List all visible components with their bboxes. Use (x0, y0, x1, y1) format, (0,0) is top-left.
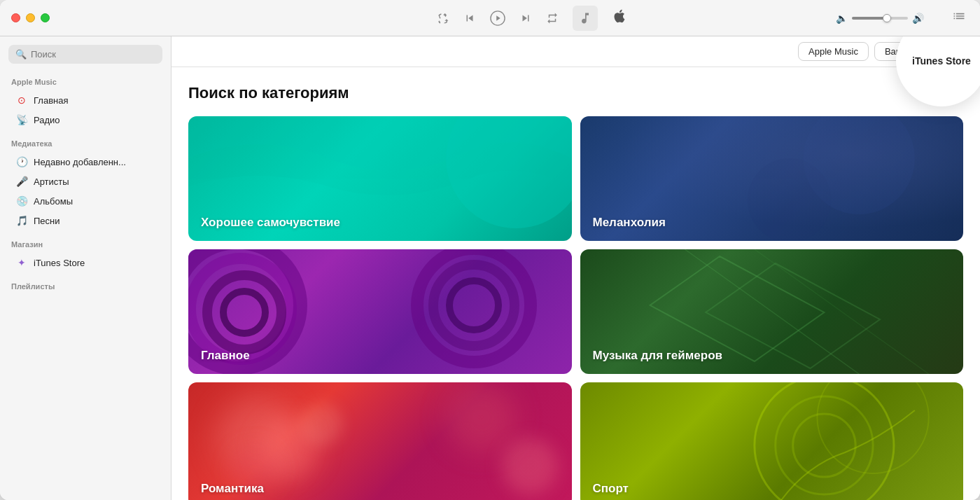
search-bar[interactable]: 🔍 (8, 45, 162, 64)
note-icon: 🎵 (15, 215, 28, 226)
sidebar-section-apple-music: Apple Music (0, 75, 171, 90)
sidebar-item-albums-label: Альбомы (34, 196, 73, 207)
category-card-melancholy[interactable]: Меланхолия (580, 116, 964, 241)
category-card-sport[interactable]: Спорт (580, 382, 964, 500)
content-area: Apple Music Ваша медиатека iTunes Store … (172, 36, 980, 500)
svg-line-6 (754, 249, 928, 374)
maximize-button[interactable] (41, 13, 50, 22)
category-grid: Хорошее самочувствие Меланхолия (188, 116, 963, 500)
sidebar-item-radio[interactable]: 📡 Радио (4, 110, 167, 130)
volume-low-icon: 🔈 (836, 13, 848, 24)
volume-control[interactable]: 🔈 🔊 (836, 13, 924, 24)
content-header: Apple Music Ваша медиатека (172, 36, 980, 67)
fastforward-button[interactable] (519, 12, 532, 25)
titlebar: 🔈 🔊 (0, 0, 980, 36)
music-icon-button[interactable] (573, 6, 598, 31)
sidebar: 🔍 Apple Music ⊙ Главная 📡 Радио Медиатек… (0, 36, 172, 500)
svg-point-2 (747, 158, 830, 241)
gaming-label: Музыка для геймеров (593, 349, 723, 363)
melancholy-label: Меланхолия (593, 216, 666, 230)
svg-marker-4 (706, 263, 880, 368)
sidebar-item-songs[interactable]: 🎵 Песни (4, 211, 167, 230)
rewind-button[interactable] (463, 12, 476, 25)
category-card-gaming[interactable]: Музыка для геймеров (580, 249, 964, 374)
sidebar-item-radio-label: Радио (34, 115, 60, 125)
volume-knob[interactable] (883, 14, 891, 22)
page-title: Поиск по категориям (188, 84, 963, 102)
sidebar-section-store: Магазин (0, 237, 171, 253)
tab-apple-music[interactable]: Apple Music (798, 42, 869, 61)
sidebar-item-itunes-store[interactable]: ✦ iTunes Store (4, 253, 167, 272)
clock-icon: 🕐 (15, 156, 28, 167)
itunes-store-badge-label: iTunes Store (912, 55, 971, 67)
romance-label: Романтика (201, 482, 264, 496)
wellness-label: Хорошее самочувствие (201, 216, 340, 230)
sidebar-item-recently-added[interactable]: 🕐 Недавно добавленн... (4, 152, 167, 172)
play-button[interactable] (490, 11, 505, 26)
sidebar-item-recently-added-label: Недавно добавленн... (34, 157, 126, 167)
svg-point-1 (803, 116, 914, 214)
mic-icon: 🎤 (15, 176, 28, 187)
repeat-button[interactable] (546, 12, 559, 25)
sidebar-item-itunes-store-label: iTunes Store (34, 258, 85, 268)
search-icon: 🔍 (15, 49, 27, 60)
star-icon: ✦ (15, 257, 28, 268)
main-label: Главное (201, 349, 250, 363)
sidebar-item-home[interactable]: ⊙ Главная (4, 90, 167, 110)
sidebar-item-songs-label: Песни (34, 216, 60, 226)
sport-bg (580, 382, 964, 500)
content-body: Поиск по категориям Хорошее самочувствие (172, 67, 980, 500)
category-card-wellness[interactable]: Хорошее самочувствие (188, 116, 572, 241)
home-icon: ⊙ (15, 95, 28, 106)
shuffle-button[interactable] (437, 12, 449, 25)
volume-slider[interactable] (852, 17, 908, 20)
album-icon: 💿 (15, 195, 28, 207)
main-layout: 🔍 Apple Music ⊙ Главная 📡 Радио Медиатек… (0, 36, 980, 500)
app-window: 🔈 🔊 🔍 Apple Music ⊙ Главная (0, 0, 980, 500)
sidebar-item-albums[interactable]: 💿 Альбомы (4, 191, 167, 211)
apple-logo (612, 8, 627, 27)
volume-high-icon: 🔊 (912, 13, 924, 24)
close-button[interactable] (11, 13, 20, 22)
minimize-button[interactable] (26, 13, 35, 22)
radio-icon: 📡 (15, 114, 28, 125)
sidebar-section-library: Медиатека (0, 137, 171, 152)
content-header-wrapper: Apple Music Ваша медиатека iTunes Store (172, 36, 980, 67)
sidebar-item-artists[interactable]: 🎤 Артисты (4, 172, 167, 191)
category-card-romance[interactable]: Романтика (188, 382, 572, 500)
window-controls (0, 13, 84, 22)
sidebar-item-home-label: Главная (34, 95, 68, 106)
category-card-main[interactable]: Главное (188, 249, 572, 374)
list-icon[interactable] (952, 9, 966, 27)
sidebar-section-playlists: Плейлисты (0, 279, 171, 295)
search-input[interactable] (31, 49, 155, 60)
sport-label: Спорт (593, 482, 629, 496)
sidebar-item-artists-label: Артисты (34, 176, 69, 187)
svg-marker-3 (650, 256, 824, 361)
